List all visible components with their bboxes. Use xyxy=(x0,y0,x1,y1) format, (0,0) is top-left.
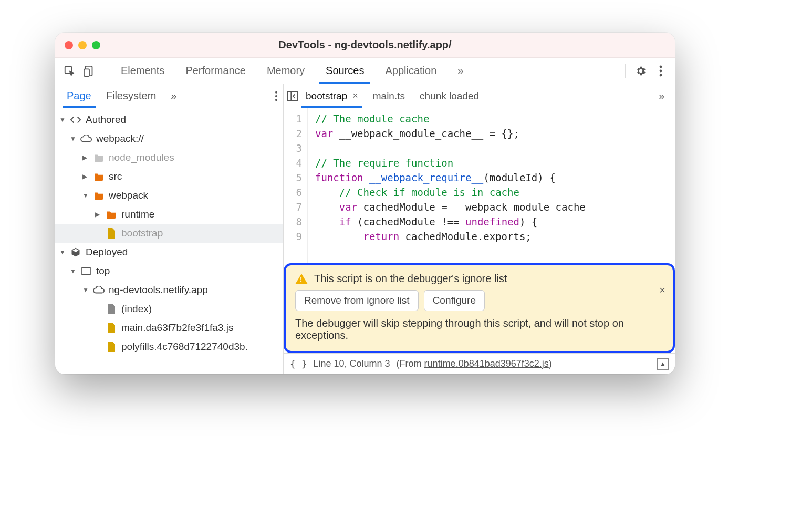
tree-item-webpack-folder[interactable]: ▼ webpack xyxy=(55,186,283,205)
tree-label: webpack:// xyxy=(96,133,144,144)
sidebar-kebab-icon[interactable] xyxy=(275,91,278,101)
tree-item-src[interactable]: ▶ src xyxy=(55,167,283,186)
titlebar: DevTools - ng-devtools.netlify.app/ xyxy=(55,33,675,58)
tree-item-webpack-scheme[interactable]: ▼ webpack:// xyxy=(55,129,283,148)
inspect-element-icon[interactable] xyxy=(60,62,78,80)
tree-label: main.da63f7b2fe3f1fa3.js xyxy=(121,322,233,334)
source-origin: (From runtime.0b841bad3967f3c2.js) xyxy=(397,358,552,369)
device-toolbar-icon[interactable] xyxy=(80,62,98,80)
file-icon xyxy=(106,322,117,334)
tree-label: runtime xyxy=(121,209,154,220)
folder-icon xyxy=(93,190,105,201)
tree-item-top[interactable]: ▼ top xyxy=(55,262,283,281)
tree-label: webpack xyxy=(109,190,148,201)
file-tree: ▼ Authored ▼ webpack:// ▶ node_modules ▶ xyxy=(55,108,283,374)
tab-memory[interactable]: Memory xyxy=(257,58,314,83)
svg-point-3 xyxy=(660,65,662,68)
file-icon xyxy=(106,228,117,239)
tab-elements[interactable]: Elements xyxy=(111,58,174,83)
tree-item-index[interactable]: (index) xyxy=(55,299,283,318)
editor-tab-bootstrap[interactable]: bootstrap × xyxy=(298,85,366,107)
main-toolbar: Elements Performance Memory Sources Appl… xyxy=(55,58,675,84)
tab-performance[interactable]: Performance xyxy=(176,58,255,83)
maximize-window-button[interactable] xyxy=(92,41,100,49)
collapse-bottom-icon[interactable]: ▲ xyxy=(657,358,669,370)
tree-label: Authored xyxy=(86,114,126,126)
ignore-list-banner: This script is on the debugger's ignore … xyxy=(284,263,675,353)
divider xyxy=(105,64,105,78)
svg-point-5 xyxy=(660,74,662,76)
editor-tab-overflow-icon[interactable]: » xyxy=(651,85,672,107)
editor-tab-label: main.ts xyxy=(373,90,405,102)
svg-rect-2 xyxy=(84,69,89,76)
frame-icon xyxy=(80,265,92,277)
editor-tabs: bootstrap × main.ts chunk loaded » xyxy=(284,84,675,108)
tree-label: node_modules xyxy=(109,152,174,163)
traffic-lights xyxy=(65,41,100,49)
sources-sidebar: Page Filesystem » ▼ Authored ▼ webpack:/… xyxy=(55,84,284,374)
editor-tab-label: bootstrap xyxy=(306,90,347,102)
remove-from-ignore-list-button[interactable]: Remove from ignore list xyxy=(295,290,419,311)
svg-rect-9 xyxy=(82,268,90,275)
pretty-print-icon[interactable]: { } xyxy=(290,358,307,369)
tree-item-runtime[interactable]: ▶ runtime xyxy=(55,205,283,224)
folder-icon xyxy=(106,209,117,220)
svg-point-4 xyxy=(660,69,662,72)
tree-label: bootstrap xyxy=(121,228,163,239)
tree-item-domain[interactable]: ▼ ng-devtools.netlify.app xyxy=(55,281,283,299)
sidebar-tab-overflow-icon[interactable]: » xyxy=(164,85,183,107)
tree-label: Deployed xyxy=(86,246,128,258)
tree-label: src xyxy=(109,171,122,182)
folder-icon xyxy=(93,171,105,182)
tab-sources[interactable]: Sources xyxy=(316,58,373,83)
tree-item-bootstrap[interactable]: bootstrap xyxy=(55,224,283,243)
devtools-window: DevTools - ng-devtools.netlify.app/ Elem… xyxy=(55,33,675,374)
svg-point-8 xyxy=(275,99,277,101)
file-icon xyxy=(106,303,117,315)
divider xyxy=(625,64,626,78)
tab-application[interactable]: Application xyxy=(376,58,446,83)
tree-group-deployed[interactable]: ▼ Deployed xyxy=(55,243,283,262)
tree-group-authored[interactable]: ▼ Authored xyxy=(55,110,283,129)
tree-item-node-modules[interactable]: ▶ node_modules xyxy=(55,148,283,167)
tree-label: (index) xyxy=(121,303,152,315)
sidebar-tab-filesystem[interactable]: Filesystem xyxy=(100,85,163,107)
editor-pane: bootstrap × main.ts chunk loaded » 12345… xyxy=(284,84,675,374)
toggle-navigator-icon[interactable] xyxy=(287,91,298,101)
close-tab-icon[interactable]: × xyxy=(352,90,358,101)
configure-button[interactable]: Configure xyxy=(424,290,485,311)
tree-label: top xyxy=(96,265,110,277)
package-icon xyxy=(70,246,81,258)
sidebar-tab-page[interactable]: Page xyxy=(60,85,98,107)
editor-statusbar: { } Line 10, Column 3 (From runtime.0b84… xyxy=(284,353,675,374)
kebab-menu-icon[interactable] xyxy=(652,62,670,80)
close-window-button[interactable] xyxy=(65,41,73,49)
banner-close-icon[interactable]: × xyxy=(659,284,665,296)
editor-tab-label: chunk loaded xyxy=(420,90,479,102)
main-area: Page Filesystem » ▼ Authored ▼ webpack:/… xyxy=(55,84,675,374)
editor-tab-chunk-loaded[interactable]: chunk loaded xyxy=(412,85,486,107)
tree-item-mainjs[interactable]: main.da63f7b2fe3f1fa3.js xyxy=(55,318,283,337)
tree-item-polyfills[interactable]: polyfills.4c768d7122740d3b. xyxy=(55,337,283,356)
file-icon xyxy=(106,341,117,353)
minimize-window-button[interactable] xyxy=(78,41,87,49)
cloud-icon xyxy=(93,284,105,296)
svg-point-7 xyxy=(275,95,277,97)
cloud-icon xyxy=(80,133,92,144)
editor-tab-main-ts[interactable]: main.ts xyxy=(366,85,412,107)
tree-label: ng-devtools.netlify.app xyxy=(109,284,208,296)
warning-icon xyxy=(295,274,308,284)
sidebar-tabs: Page Filesystem » xyxy=(55,84,283,108)
settings-gear-icon[interactable] xyxy=(632,62,650,80)
folder-icon xyxy=(93,152,105,163)
tab-overflow-icon[interactable]: » xyxy=(448,58,473,83)
cursor-position: Line 10, Column 3 xyxy=(314,358,390,369)
window-title: DevTools - ng-devtools.netlify.app/ xyxy=(55,39,675,51)
banner-heading: This script is on the debugger's ignore … xyxy=(314,273,507,285)
tree-label: polyfills.4c768d7122740d3b. xyxy=(121,341,248,353)
svg-point-6 xyxy=(275,91,277,93)
code-icon xyxy=(70,114,81,126)
banner-body: The debugger will skip stepping through … xyxy=(295,317,652,342)
source-origin-link[interactable]: runtime.0b841bad3967f3c2.js xyxy=(424,358,549,369)
